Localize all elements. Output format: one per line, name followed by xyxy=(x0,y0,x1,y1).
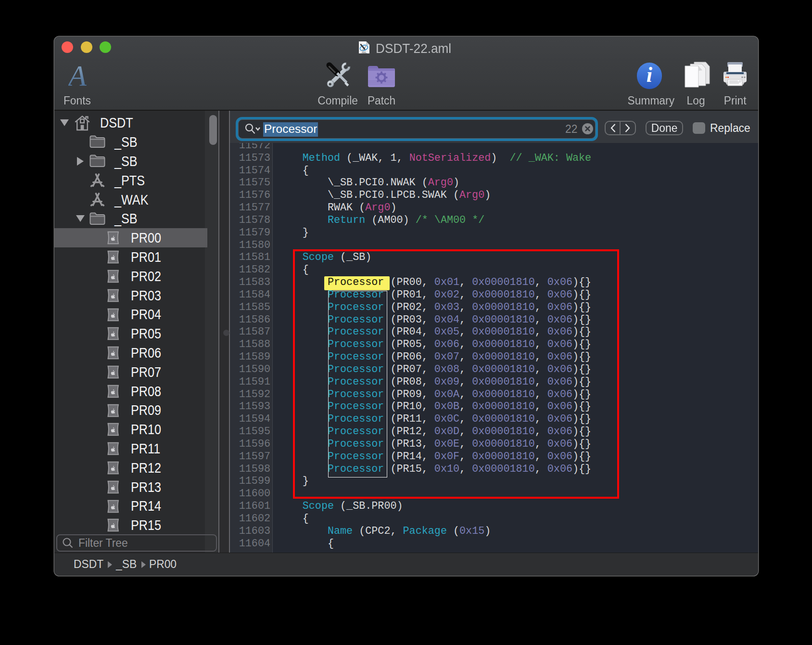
svg-text:AML: AML xyxy=(362,51,367,54)
